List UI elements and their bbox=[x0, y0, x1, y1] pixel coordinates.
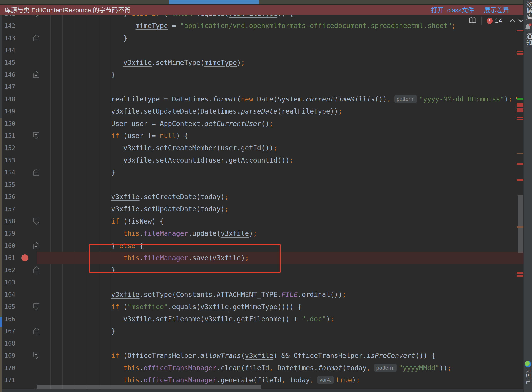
code-token: officeTransManager bbox=[144, 364, 217, 372]
code-token: ) bbox=[326, 315, 330, 323]
code-token: .setMimeType( bbox=[152, 59, 204, 66]
parameter-hint: pattern: bbox=[374, 364, 396, 372]
line-number: 155 bbox=[0, 178, 15, 191]
stripe-mark-brown[interactable] bbox=[517, 153, 523, 154]
tool-stripe-notifications[interactable]: 通知 bbox=[525, 33, 532, 46]
code-line-170[interactable]: this.officeTransManager.clean(fileId, Da… bbox=[38, 362, 451, 374]
code-line-164[interactable]: v3xfile.setType(Constants.ATTACHMENT_TYP… bbox=[38, 288, 346, 301]
code-line-148[interactable]: realFileType = Datetimes.format(new Date… bbox=[38, 93, 512, 105]
stripe-mark-red[interactable] bbox=[517, 275, 523, 277]
code-token: .setFilename( bbox=[152, 315, 204, 323]
code-token: ) bbox=[249, 229, 253, 237]
code-token: .setCreateDate(today) bbox=[140, 193, 225, 201]
code-token: this bbox=[123, 364, 139, 372]
stripe-mark-red[interactable] bbox=[517, 117, 523, 118]
stripe-mark-red[interactable] bbox=[517, 30, 523, 31]
stripe-mark-red[interactable] bbox=[517, 51, 523, 52]
code-token: )) bbox=[439, 364, 447, 372]
code-token: ( bbox=[119, 303, 127, 311]
stripe-mark-red[interactable] bbox=[517, 119, 523, 120]
code-line-151[interactable]: if (user != null) { bbox=[38, 130, 188, 142]
code-line-152[interactable]: v3xfile.setCreateMember(user.getId()); bbox=[38, 142, 278, 154]
breakpoint-dot[interactable] bbox=[21, 254, 28, 261]
code-token: if bbox=[111, 217, 119, 225]
code-token: null bbox=[160, 132, 176, 140]
code-line-149[interactable]: v3xfile.setUpdateDate(Datetimes.parseDat… bbox=[38, 105, 342, 117]
code-token: , bbox=[269, 364, 273, 372]
line-number: 145 bbox=[0, 56, 15, 69]
code-line-145[interactable]: v3xfile.setMimeType(mimeType); bbox=[38, 56, 245, 69]
code-token: ( bbox=[237, 95, 241, 103]
code-token: if bbox=[111, 303, 119, 311]
code-token: } bbox=[111, 71, 115, 79]
stripe-mark-red[interactable] bbox=[517, 272, 523, 274]
code-line-169[interactable]: if (OfficeTransHelper.allowTrans(v3xfile… bbox=[38, 349, 435, 362]
repl-circle-icon[interactable] bbox=[525, 361, 531, 367]
code-token: ; bbox=[225, 193, 229, 201]
code-token: today bbox=[286, 376, 310, 384]
code-token: realFileType bbox=[282, 107, 330, 115]
left-panel-scrollbar[interactable] bbox=[0, 118, 2, 392]
show-diff-link[interactable]: 展示差异 bbox=[484, 5, 509, 14]
stripe-mark-red[interactable] bbox=[517, 103, 523, 105]
code-line-158[interactable]: if (!isNew) { bbox=[38, 215, 164, 227]
line-number: 142 bbox=[0, 19, 15, 32]
vertical-scrollbar-thumb[interactable] bbox=[518, 195, 523, 253]
line-number: 167 bbox=[0, 325, 15, 337]
code-line-166[interactable]: v3xfile.setFilename(v3xfile.getFilename(… bbox=[38, 313, 334, 325]
code-token: v3xfile bbox=[245, 352, 273, 359]
code-line-156[interactable]: v3xfile.setCreateDate(today); bbox=[38, 191, 229, 203]
open-class-file-link[interactable]: 打开 .class文件 bbox=[431, 5, 474, 14]
horizontal-scrollbar-thumb[interactable] bbox=[37, 385, 261, 389]
code-token: ; bbox=[241, 59, 245, 66]
code-token: FILE bbox=[282, 290, 298, 298]
code-token: .clean(fileId bbox=[217, 364, 269, 372]
stripe-mark-red[interactable] bbox=[517, 53, 523, 55]
code-line-142[interactable]: mimeType = "application/vnd.openxmlforma… bbox=[38, 19, 456, 32]
code-line-154[interactable]: } bbox=[38, 166, 115, 178]
code-line-171[interactable]: this.officeTransManager.generate(fileId,… bbox=[38, 374, 360, 386]
stripe-mark-red[interactable] bbox=[517, 179, 523, 181]
stripe-mark-green[interactable] bbox=[517, 98, 523, 100]
bell-icon[interactable] bbox=[524, 24, 532, 33]
code-token: format bbox=[318, 364, 342, 372]
top-accent-bar bbox=[169, 0, 259, 4]
code-token: isPreConvert bbox=[366, 352, 415, 359]
stripe-mark-brown[interactable] bbox=[517, 226, 523, 228]
reader-mode-book-icon[interactable] bbox=[469, 17, 477, 25]
code-line-146[interactable]: } bbox=[38, 69, 115, 81]
code-line-157[interactable]: v3xfile.setUpdateDate(today); bbox=[38, 203, 229, 215]
line-number: 147 bbox=[0, 81, 15, 93]
code-line-143[interactable]: } bbox=[38, 32, 127, 44]
code-line-153[interactable]: v3xfile.setAccountId(user.getAccountId()… bbox=[38, 154, 294, 166]
code-line-159[interactable]: this.fileManager.update(v3xfile); bbox=[38, 227, 257, 240]
line-number: 161 bbox=[0, 252, 15, 264]
code-token: allowTrans bbox=[200, 352, 241, 359]
code-token: ; bbox=[290, 156, 294, 164]
code-line-167[interactable]: } bbox=[38, 325, 115, 337]
code-token: ( bbox=[278, 107, 282, 115]
line-number: 154 bbox=[0, 166, 15, 178]
stripe-mark-red[interactable] bbox=[517, 163, 523, 165]
code-token: ()) { bbox=[415, 352, 435, 359]
code-line-150[interactable]: User user = AppContext.getCurrentUser(); bbox=[38, 117, 273, 130]
stripe-mark-red[interactable] bbox=[517, 111, 523, 112]
code-token: ; bbox=[253, 229, 257, 237]
code-line-165[interactable]: if ("msoffice".equals(v3xfile.getMimeTyp… bbox=[38, 301, 302, 313]
stripe-mark-red[interactable] bbox=[517, 105, 523, 107]
code-token: true bbox=[336, 376, 352, 384]
tool-stripe-repl[interactable]: REPL bbox=[525, 369, 531, 384]
error-circle-icon[interactable]: ! bbox=[487, 18, 493, 24]
tool-stripe-database[interactable]: 数据库 bbox=[525, 1, 532, 20]
code-token: .getMimeType())) { bbox=[229, 303, 302, 311]
code-token: .setAccountId(user.getAccountId()) bbox=[152, 156, 290, 164]
code-token: . bbox=[140, 364, 144, 372]
code-token: .equals( bbox=[168, 303, 200, 311]
line-number: 157 bbox=[0, 203, 15, 215]
line-number: 156 bbox=[0, 191, 15, 203]
chevron-up-icon[interactable] bbox=[509, 19, 515, 23]
stripe-mark-red[interactable] bbox=[517, 108, 523, 110]
line-number: 148 bbox=[0, 93, 15, 105]
code-token: } bbox=[111, 327, 115, 335]
line-number: 160 bbox=[0, 240, 15, 252]
